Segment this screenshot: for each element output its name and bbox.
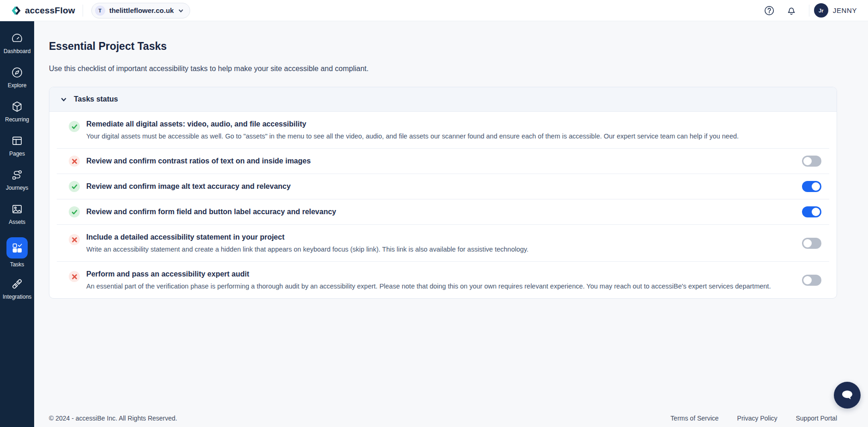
domain-name: thelittleflower.co.uk xyxy=(109,6,174,14)
toggle-knob xyxy=(812,208,820,216)
user-avatar: Jr xyxy=(814,3,828,18)
tasks-status-panel: Tasks status Remediate all digital asset… xyxy=(49,87,837,299)
sidebar-item-explore[interactable]: Explore xyxy=(0,66,34,89)
route-icon xyxy=(11,169,23,181)
sidebar-item-journeys[interactable]: Journeys xyxy=(0,169,34,191)
notifications-button[interactable] xyxy=(785,4,798,17)
task-row: Review and confirm contrast ratios of te… xyxy=(49,149,837,174)
status-not-done-icon xyxy=(69,271,80,282)
privacy-policy-link[interactable]: Privacy Policy xyxy=(737,415,777,422)
toggle-knob xyxy=(803,157,812,165)
task-row: Perform and pass an accessibility expert… xyxy=(49,262,837,298)
copyright-text: © 2024 - accessiBe Inc. All Rights Reser… xyxy=(49,415,177,422)
toggle-knob xyxy=(803,276,812,284)
sidebar-item-tasks[interactable]: Tasks xyxy=(0,237,34,268)
topbar-divider xyxy=(83,5,83,17)
topbar: accessFlow T thelittleflower.co.uk Jr JE… xyxy=(0,0,868,21)
sidebar-item-dashboard[interactable]: Dashboard xyxy=(0,32,34,54)
help-button[interactable] xyxy=(763,4,776,17)
footer: © 2024 - accessiBe Inc. All Rights Reser… xyxy=(49,415,837,422)
task-description: An essential part of the verification ph… xyxy=(86,283,788,290)
terms-of-service-link[interactable]: Terms of Service xyxy=(670,415,718,422)
status-done-icon xyxy=(69,121,80,132)
task-row: Include a detailed accessibility stateme… xyxy=(49,225,837,261)
task-row: Review and confirm image alt text accura… xyxy=(49,174,837,199)
task-description: Your digital assets must be accessible a… xyxy=(86,132,808,140)
active-item-highlight xyxy=(6,237,28,259)
task-toggle[interactable] xyxy=(802,238,821,249)
task-title: Perform and pass an accessibility expert… xyxy=(86,270,788,278)
status-not-done-icon xyxy=(69,156,80,167)
status-done-icon xyxy=(69,206,80,217)
toggle-knob xyxy=(803,239,812,247)
task-description: Write an accessibility statement and cre… xyxy=(86,246,788,253)
tasks-status-header[interactable]: Tasks status xyxy=(49,87,837,112)
chat-bubble-icon xyxy=(841,390,853,401)
checklist-icon xyxy=(11,242,23,254)
chat-widget-button[interactable] xyxy=(834,382,861,409)
status-not-done-icon xyxy=(69,234,80,245)
logo-diamond-icon xyxy=(11,6,21,16)
cube-icon xyxy=(11,101,23,113)
domain-avatar: T xyxy=(95,6,105,16)
support-portal-link[interactable]: Support Portal xyxy=(796,415,838,422)
sidebar-item-integrations[interactable]: Integrations xyxy=(0,278,34,300)
compass-icon xyxy=(11,66,23,78)
task-toggle[interactable] xyxy=(802,206,821,217)
app-name: accessFlow xyxy=(25,6,75,16)
task-title: Remediate all digital assets: video, aud… xyxy=(86,120,808,128)
gauge-icon xyxy=(11,32,23,44)
user-menu[interactable]: Jr JENNY xyxy=(814,3,857,18)
topbar-divider xyxy=(809,5,809,17)
page-title: Essential Project Tasks xyxy=(49,40,837,53)
help-icon xyxy=(764,5,775,16)
toggle-knob xyxy=(812,182,820,191)
panel-title: Tasks status xyxy=(74,95,118,103)
sidebar-item-pages[interactable]: Pages xyxy=(0,135,34,157)
chevron-down-icon xyxy=(60,96,67,102)
layout-icon xyxy=(11,135,23,147)
sidebar-item-assets[interactable]: Assets xyxy=(0,203,34,225)
task-toggle[interactable] xyxy=(802,156,821,167)
plug-icon xyxy=(11,278,23,290)
user-name: JENNY xyxy=(833,6,857,14)
task-toggle[interactable] xyxy=(802,181,821,192)
task-toggle[interactable] xyxy=(802,275,821,286)
task-row: Review and confirm form field and button… xyxy=(49,199,837,224)
main-content: Essential Project Tasks Use this checkli… xyxy=(34,21,868,427)
task-title: Review and confirm image alt text accura… xyxy=(86,182,788,191)
page-subtitle: Use this checklist of important accessib… xyxy=(49,65,837,73)
app-logo: accessFlow xyxy=(11,6,75,16)
task-title: Review and confirm contrast ratios of te… xyxy=(86,157,788,165)
bell-icon xyxy=(786,5,797,16)
image-icon xyxy=(11,203,23,215)
task-title: Review and confirm form field and button… xyxy=(86,208,788,216)
task-title: Include a detailed accessibility stateme… xyxy=(86,233,788,241)
task-row: Remediate all digital assets: video, aud… xyxy=(49,112,837,148)
sidebar-nav: Dashboard Explore Recurring Pages Journ xyxy=(0,21,34,427)
status-done-icon xyxy=(69,181,80,192)
chevron-down-icon xyxy=(178,8,184,13)
sidebar-item-recurring[interactable]: Recurring xyxy=(0,101,34,123)
domain-selector[interactable]: T thelittleflower.co.uk xyxy=(91,3,190,18)
